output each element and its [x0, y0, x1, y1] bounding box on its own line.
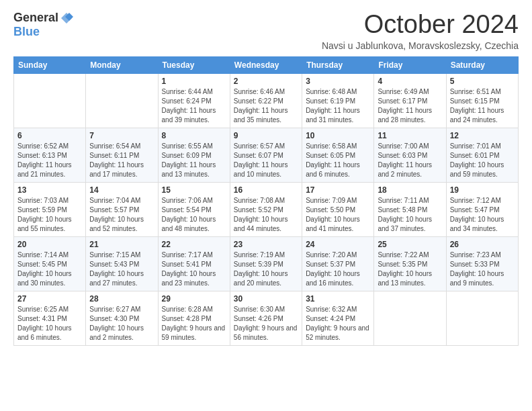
calendar-week-row: 1Sunrise: 6:44 AM Sunset: 6:24 PM Daylig…: [14, 73, 519, 128]
col-sunday: Sunday: [14, 56, 86, 73]
table-row: 28Sunrise: 6:27 AM Sunset: 4:30 PM Dayli…: [86, 291, 158, 345]
table-row: [14, 73, 86, 128]
location-title: Navsi u Jablunkova, Moravskoslezsky, Cze…: [322, 40, 519, 51]
day-number: 27: [17, 294, 82, 304]
day-info: Sunrise: 7:22 AM Sunset: 5:35 PM Dayligh…: [378, 250, 442, 288]
table-row: [446, 291, 518, 345]
day-number: 5: [450, 77, 515, 86]
table-row: 16Sunrise: 7:08 AM Sunset: 5:52 PM Dayli…: [230, 182, 302, 236]
day-info: Sunrise: 6:49 AM Sunset: 6:17 PM Dayligh…: [378, 87, 442, 125]
day-info: Sunrise: 6:54 AM Sunset: 6:11 PM Dayligh…: [89, 142, 154, 179]
day-info: Sunrise: 6:27 AM Sunset: 4:30 PM Dayligh…: [89, 305, 154, 342]
day-info: Sunrise: 6:57 AM Sunset: 6:07 PM Dayligh…: [234, 142, 298, 179]
table-row: 7Sunrise: 6:54 AM Sunset: 6:11 PM Daylig…: [86, 128, 158, 182]
table-row: 22Sunrise: 7:17 AM Sunset: 5:41 PM Dayli…: [158, 236, 230, 291]
col-friday: Friday: [374, 56, 446, 73]
day-info: Sunrise: 6:55 AM Sunset: 6:09 PM Dayligh…: [162, 142, 226, 179]
calendar-week-row: 20Sunrise: 7:14 AM Sunset: 5:45 PM Dayli…: [14, 236, 519, 291]
table-row: 19Sunrise: 7:12 AM Sunset: 5:47 PM Dayli…: [446, 182, 518, 236]
day-info: Sunrise: 7:17 AM Sunset: 5:41 PM Dayligh…: [162, 250, 226, 288]
table-row: 8Sunrise: 6:55 AM Sunset: 6:09 PM Daylig…: [158, 128, 230, 182]
day-number: 16: [234, 185, 298, 195]
day-info: Sunrise: 6:58 AM Sunset: 6:05 PM Dayligh…: [306, 142, 370, 179]
day-number: 10: [306, 131, 370, 140]
day-number: 6: [17, 131, 82, 140]
table-row: 12Sunrise: 7:01 AM Sunset: 6:01 PM Dayli…: [446, 128, 518, 182]
day-info: Sunrise: 7:04 AM Sunset: 5:57 PM Dayligh…: [89, 196, 154, 234]
day-info: Sunrise: 7:11 AM Sunset: 5:48 PM Dayligh…: [378, 196, 442, 234]
day-info: Sunrise: 6:44 AM Sunset: 6:24 PM Dayligh…: [162, 87, 226, 125]
day-number: 18: [378, 185, 442, 195]
table-row: 18Sunrise: 7:11 AM Sunset: 5:48 PM Dayli…: [374, 182, 446, 236]
day-info: Sunrise: 7:20 AM Sunset: 5:37 PM Dayligh…: [306, 250, 370, 288]
day-number: 20: [17, 240, 82, 249]
table-row: 11Sunrise: 7:00 AM Sunset: 6:03 PM Dayli…: [374, 128, 446, 182]
table-row: 4Sunrise: 6:49 AM Sunset: 6:17 PM Daylig…: [374, 73, 446, 128]
table-row: 3Sunrise: 6:48 AM Sunset: 6:19 PM Daylig…: [302, 73, 374, 128]
col-saturday: Saturday: [446, 56, 518, 73]
table-row: 26Sunrise: 7:23 AM Sunset: 5:33 PM Dayli…: [446, 236, 518, 291]
table-row: 10Sunrise: 6:58 AM Sunset: 6:05 PM Dayli…: [302, 128, 374, 182]
day-info: Sunrise: 7:03 AM Sunset: 5:59 PM Dayligh…: [17, 196, 82, 234]
calendar-table: Sunday Monday Tuesday Wednesday Thursday…: [13, 56, 519, 346]
day-info: Sunrise: 6:25 AM Sunset: 4:31 PM Dayligh…: [17, 305, 82, 342]
day-number: 22: [162, 240, 226, 249]
table-row: 27Sunrise: 6:25 AM Sunset: 4:31 PM Dayli…: [14, 291, 86, 345]
day-info: Sunrise: 6:28 AM Sunset: 4:28 PM Dayligh…: [162, 305, 226, 342]
logo-icon: [60, 11, 73, 25]
logo-general-text: General: [13, 11, 58, 25]
col-monday: Monday: [86, 56, 158, 73]
page-header: General Blue October 2024 Navsi u Jablun…: [13, 11, 519, 51]
day-number: 19: [450, 185, 515, 195]
day-info: Sunrise: 6:51 AM Sunset: 6:15 PM Dayligh…: [450, 87, 515, 125]
month-title: October 2024: [322, 11, 519, 39]
day-number: 30: [234, 294, 298, 304]
table-row: 9Sunrise: 6:57 AM Sunset: 6:07 PM Daylig…: [230, 128, 302, 182]
day-number: 28: [89, 294, 154, 304]
day-number: 15: [162, 185, 226, 195]
day-number: 12: [450, 131, 515, 140]
day-info: Sunrise: 7:23 AM Sunset: 5:33 PM Dayligh…: [450, 250, 515, 288]
day-info: Sunrise: 7:08 AM Sunset: 5:52 PM Dayligh…: [234, 196, 298, 234]
calendar-week-row: 6Sunrise: 6:52 AM Sunset: 6:13 PM Daylig…: [14, 128, 519, 182]
day-info: Sunrise: 7:09 AM Sunset: 5:50 PM Dayligh…: [306, 196, 370, 234]
table-row: 5Sunrise: 6:51 AM Sunset: 6:15 PM Daylig…: [446, 73, 518, 128]
col-thursday: Thursday: [302, 56, 374, 73]
col-tuesday: Tuesday: [158, 56, 230, 73]
day-number: 9: [234, 131, 298, 140]
table-row: 14Sunrise: 7:04 AM Sunset: 5:57 PM Dayli…: [86, 182, 158, 236]
calendar-header-row: Sunday Monday Tuesday Wednesday Thursday…: [14, 56, 519, 73]
day-number: 26: [450, 240, 515, 249]
table-row: 6Sunrise: 6:52 AM Sunset: 6:13 PM Daylig…: [14, 128, 86, 182]
day-number: 11: [378, 131, 442, 140]
day-number: 14: [89, 185, 154, 195]
day-info: Sunrise: 6:52 AM Sunset: 6:13 PM Dayligh…: [17, 142, 82, 179]
day-info: Sunrise: 7:12 AM Sunset: 5:47 PM Dayligh…: [450, 196, 515, 234]
day-number: 1: [162, 77, 226, 86]
main-container: General Blue October 2024 Navsi u Jablun…: [0, 0, 532, 357]
table-row: 2Sunrise: 6:46 AM Sunset: 6:22 PM Daylig…: [230, 73, 302, 128]
day-number: 23: [234, 240, 298, 249]
day-number: 2: [234, 77, 298, 86]
day-info: Sunrise: 6:32 AM Sunset: 4:24 PM Dayligh…: [306, 305, 370, 342]
day-info: Sunrise: 7:19 AM Sunset: 5:39 PM Dayligh…: [234, 250, 298, 288]
day-info: Sunrise: 7:00 AM Sunset: 6:03 PM Dayligh…: [378, 142, 442, 179]
table-row: 23Sunrise: 7:19 AM Sunset: 5:39 PM Dayli…: [230, 236, 302, 291]
day-info: Sunrise: 7:15 AM Sunset: 5:43 PM Dayligh…: [89, 250, 154, 288]
day-number: 21: [89, 240, 154, 249]
table-row: 17Sunrise: 7:09 AM Sunset: 5:50 PM Dayli…: [302, 182, 374, 236]
table-row: 20Sunrise: 7:14 AM Sunset: 5:45 PM Dayli…: [14, 236, 86, 291]
table-row: 1Sunrise: 6:44 AM Sunset: 6:24 PM Daylig…: [158, 73, 230, 128]
logo-blue-text: Blue: [13, 25, 40, 38]
day-number: 3: [306, 77, 370, 86]
calendar-week-row: 27Sunrise: 6:25 AM Sunset: 4:31 PM Dayli…: [14, 291, 519, 345]
table-row: [374, 291, 446, 345]
day-number: 8: [162, 131, 226, 140]
table-row: 15Sunrise: 7:06 AM Sunset: 5:54 PM Dayli…: [158, 182, 230, 236]
table-row: 29Sunrise: 6:28 AM Sunset: 4:28 PM Dayli…: [158, 291, 230, 345]
day-info: Sunrise: 7:01 AM Sunset: 6:01 PM Dayligh…: [450, 142, 515, 179]
table-row: 25Sunrise: 7:22 AM Sunset: 5:35 PM Dayli…: [374, 236, 446, 291]
day-info: Sunrise: 6:46 AM Sunset: 6:22 PM Dayligh…: [234, 87, 298, 125]
day-number: 31: [306, 294, 370, 304]
table-row: 31Sunrise: 6:32 AM Sunset: 4:24 PM Dayli…: [302, 291, 374, 345]
